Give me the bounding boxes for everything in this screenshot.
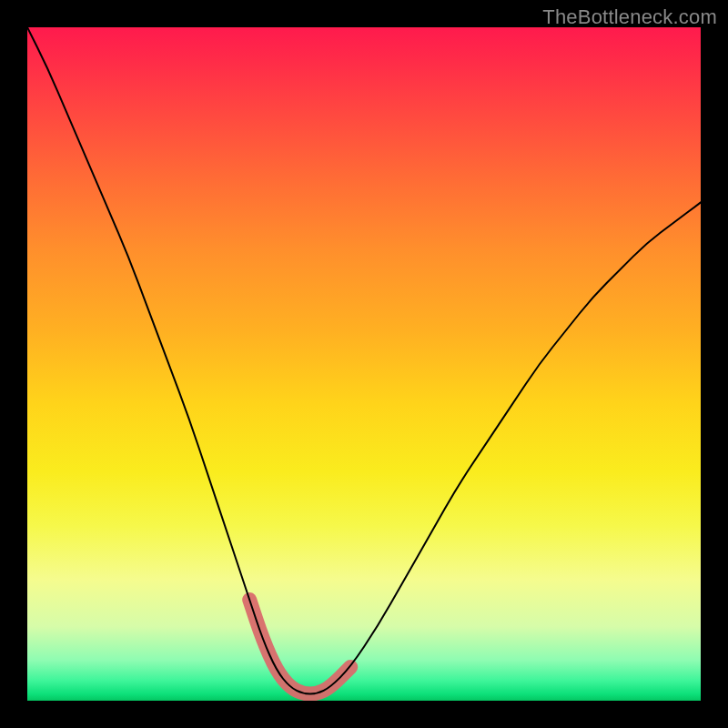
bottleneck-curve-path bbox=[27, 27, 701, 694]
plot-area bbox=[27, 27, 701, 701]
curve-svg bbox=[27, 27, 701, 701]
chart-frame: TheBottleneck.com bbox=[0, 0, 728, 728]
watermark-text: TheBottleneck.com bbox=[542, 5, 717, 29]
valley-highlight-path bbox=[249, 600, 350, 694]
